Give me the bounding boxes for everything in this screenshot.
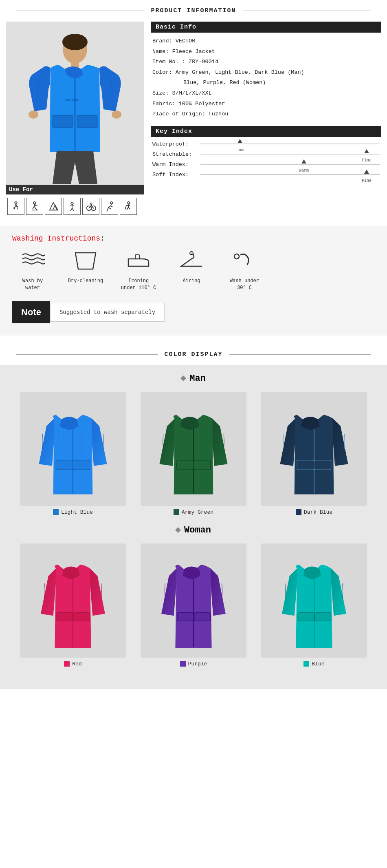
use-for-icons xyxy=(6,194,144,218)
svg-point-8 xyxy=(112,110,121,119)
jacket-svg-armygreen xyxy=(149,396,238,502)
wash-temp-item: Wash under30° C xyxy=(224,251,265,292)
woman-color-grid: Red xyxy=(6,543,381,667)
color-display-title: COLOR DISPLAY xyxy=(164,351,222,358)
airing-item: Airing xyxy=(171,251,212,292)
svg-rect-5 xyxy=(53,115,73,128)
darkblue-dot xyxy=(296,509,301,515)
wash-temp-symbol xyxy=(230,251,259,275)
svg-rect-30 xyxy=(194,460,211,469)
origin-line: Place of Origin: Fuzhou xyxy=(151,109,381,119)
activity-icon-hiking xyxy=(45,198,62,215)
activity-icon-running xyxy=(7,198,24,215)
washing-title-colon: : xyxy=(100,234,105,243)
warm-row: Warm Index: Warm xyxy=(152,161,380,168)
red-label-row: Red xyxy=(64,661,81,667)
color-card-purple: Purple xyxy=(136,543,251,667)
key-index-header: Key Index xyxy=(151,126,381,137)
red-dot xyxy=(64,661,70,667)
activity-icon-camping xyxy=(64,198,81,215)
ironing-label: Ironingunder 110° C xyxy=(121,278,156,292)
purple-label-row: Purple xyxy=(180,661,207,667)
activity-icon-walking xyxy=(120,198,137,215)
color-card-blue: Blue xyxy=(257,543,371,667)
soft-label: Soft Index: xyxy=(152,172,197,178)
airing-label: Airing xyxy=(183,278,200,285)
washing-section: Washing Instructions: Wash bywater xyxy=(0,226,387,336)
note-row: Note Suggested to wash separately xyxy=(12,301,375,323)
svg-rect-39 xyxy=(194,612,211,621)
lightblue-name: Light Blue xyxy=(61,509,93,515)
jacket-svg-lightblue xyxy=(28,396,118,502)
lightblue-dot xyxy=(53,509,59,515)
svg-point-24 xyxy=(234,254,239,259)
wash-water-label: Wash bywater xyxy=(22,278,43,292)
note-box: Note xyxy=(12,301,50,323)
product-info-header: PRODUCT INFORMATION xyxy=(0,0,387,22)
soft-bar: Fine xyxy=(200,173,380,176)
svg-rect-38 xyxy=(177,612,194,621)
armygreen-label-row: Army Green xyxy=(174,509,213,515)
svg-rect-36 xyxy=(74,612,90,621)
woman-diamond xyxy=(175,527,181,533)
svg-rect-21 xyxy=(135,255,139,259)
waterproof-row: Waterproof: Low xyxy=(152,141,380,147)
svg-rect-26 xyxy=(56,460,73,469)
ironing-symbol xyxy=(126,251,151,275)
jacket-preview-armygreen xyxy=(141,392,246,506)
svg-point-20 xyxy=(128,202,130,204)
teal-dot xyxy=(303,661,309,667)
product-info-title: PRODUCT INFORMATION xyxy=(151,7,236,14)
man-diamond xyxy=(180,375,186,381)
dry-clean-symbol xyxy=(73,251,98,275)
waterproof-label: Waterproof: xyxy=(152,141,197,147)
svg-point-19 xyxy=(110,202,113,204)
purple-dot xyxy=(180,661,186,667)
jacket-preview-red xyxy=(20,543,126,658)
jacket-preview-purple xyxy=(141,543,246,658)
brand-line: Brand: VECTOR xyxy=(151,36,381,46)
jacket-preview-lightblue xyxy=(20,392,126,506)
svg-rect-33 xyxy=(314,460,331,469)
svg-rect-41 xyxy=(298,612,314,621)
armygreen-dot xyxy=(174,509,179,515)
jacket-person-svg: VECTOR xyxy=(6,22,144,185)
color-card-armygreen: Army Green xyxy=(136,392,251,515)
size-line: Size: S/M/L/XL/XXL xyxy=(151,88,381,99)
darkblue-label-row: Dark Blue xyxy=(296,509,332,515)
wash-water-item: Wash bywater xyxy=(12,251,53,292)
svg-point-7 xyxy=(29,110,38,119)
svg-point-18 xyxy=(90,203,92,205)
dry-clean-item: Dry-cleaning xyxy=(65,251,106,292)
jacket-preview-darkblue xyxy=(261,392,367,506)
jacket-preview-blue xyxy=(261,543,367,658)
armygreen-name: Army Green xyxy=(182,509,213,515)
soft-marker: Fine xyxy=(362,170,372,183)
color2-line: Blue, Purple, Red (Women) xyxy=(151,77,381,88)
product-info-section: VECTOR Use For xyxy=(0,22,387,226)
soft-row: Soft Index: Fine xyxy=(152,172,380,178)
svg-text:VECTOR: VECTOR xyxy=(65,98,78,102)
waterproof-bar: Low xyxy=(200,142,380,146)
dry-clean-label: Dry-cleaning xyxy=(68,278,103,285)
color-display-header: COLOR DISPLAY xyxy=(0,344,387,365)
svg-rect-29 xyxy=(176,460,194,469)
jacket-svg-purple xyxy=(149,548,238,654)
svg-rect-6 xyxy=(77,115,97,128)
color-display-section: Man xyxy=(0,365,387,689)
teal-label-row: Blue xyxy=(303,661,324,667)
purple-name: Purple xyxy=(188,661,207,667)
washing-title: Washing Instructions: xyxy=(12,234,375,243)
name-line: Name: Fleece Jacket xyxy=(151,46,381,57)
color-line: Color: Army Green, Light Blue, Dark Blue… xyxy=(151,67,381,78)
note-text: Suggested to wash separately xyxy=(50,303,165,322)
activity-icon-climbing xyxy=(101,198,118,215)
wash-water-symbol xyxy=(20,251,45,275)
warm-marker: Warm xyxy=(299,159,309,173)
man-color-grid: Light Blue xyxy=(6,392,381,515)
use-for-header: Use For xyxy=(6,185,144,194)
ironing-item: Ironingunder 110° C xyxy=(118,251,159,292)
jacket-svg-darkblue xyxy=(269,396,359,502)
color-card-lightblue: Light Blue xyxy=(16,392,130,515)
basic-info-header: Basic Info xyxy=(151,22,381,33)
